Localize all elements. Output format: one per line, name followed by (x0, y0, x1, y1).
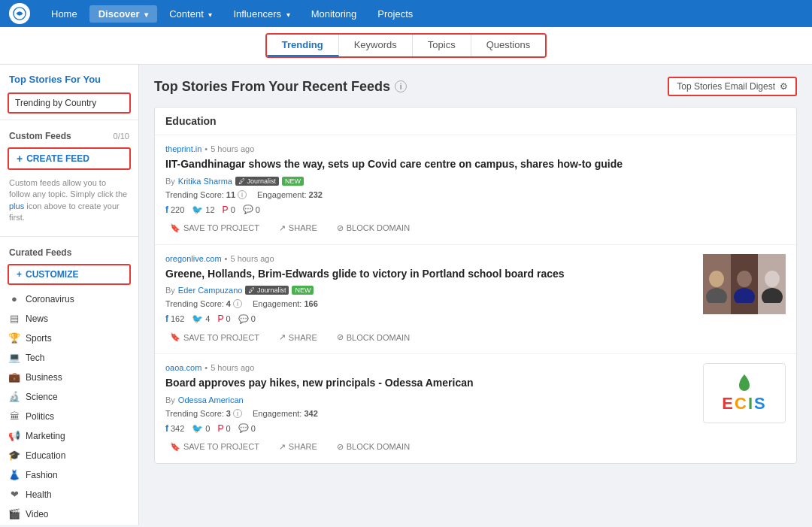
sidebar-item-label: Business (26, 372, 62, 383)
story-source[interactable]: oaoa.com (165, 363, 201, 372)
sidebar-item-business[interactable]: 💼 Business (0, 368, 138, 387)
sidebar-item-video[interactable]: 🎬 Video (0, 504, 138, 524)
score-info-icon[interactable]: i (233, 409, 242, 418)
custom-feeds-header: Custom Feeds 0/10 (0, 125, 138, 144)
email-digest-label: Top Stories Email Digest (677, 81, 775, 92)
story-author: By Odessa American (165, 395, 694, 404)
tab-keywords[interactable]: Keywords (339, 35, 413, 56)
sidebar-item-health[interactable]: ❤ Health (0, 485, 138, 504)
create-feed-button[interactable]: + CREATE FEED (8, 147, 131, 170)
new-badge: NEW (282, 177, 304, 186)
story-actions: 🔖 SAVE TO PROJECT ↗ SHARE ⊘ BLOCK DOMAIN (165, 440, 694, 454)
twitter-icon: 🐦 (192, 313, 203, 324)
sidebar-item-education[interactable]: 🎓 Education (0, 446, 138, 465)
twitter-count: 0 (205, 424, 210, 433)
sidebar: Top Stories For You Trending by Country … (0, 65, 139, 525)
pinterest-stat: P 0 (217, 423, 230, 434)
save-to-project-button[interactable]: 🔖 SAVE TO PROJECT (165, 221, 264, 235)
story-social: f 220 🐦 12 P 0 💬 0 (165, 204, 786, 215)
sidebar-item-news[interactable]: ▤ News (0, 309, 138, 329)
nav-home[interactable]: Home (42, 5, 86, 23)
story-title[interactable]: Board approves pay hikes, new principals… (165, 376, 694, 391)
svg-point-5 (765, 271, 780, 287)
tab-trending[interactable]: Trending (267, 35, 339, 56)
story-separator: • (225, 254, 228, 263)
share-button[interactable]: ↗ SHARE (274, 221, 322, 235)
engagement-value: 166 (304, 299, 317, 308)
journalist-badge: 🖊 Journalist (235, 177, 279, 186)
story-thumbnail (703, 254, 786, 314)
share-button[interactable]: ↗ SHARE (274, 330, 322, 344)
block-label: BLOCK DOMAIN (347, 442, 410, 451)
svg-point-6 (762, 288, 783, 303)
story-social: f 342 🐦 0 P 0 💬 0 (165, 423, 694, 434)
block-domain-button[interactable]: ⊘ BLOCK DOMAIN (332, 221, 414, 235)
sidebar-item-tech[interactable]: 💻 Tech (0, 348, 138, 368)
trending-by-country-button[interactable]: Trending by Country (8, 92, 131, 114)
person-face-2 (731, 254, 759, 314)
story-source[interactable]: theprint.in (165, 144, 201, 153)
score-info-icon[interactable]: i (238, 190, 247, 199)
score-value: 11 (226, 190, 235, 199)
sidebar-item-politics[interactable]: 🏛 Politics (0, 407, 138, 426)
story-separator: • (205, 144, 208, 153)
drop-icon (738, 373, 751, 392)
nav-discover[interactable]: Discover ▾ (89, 5, 158, 23)
share-label: SHARE (289, 333, 317, 342)
customize-button[interactable]: + CUSTOMIZE (8, 264, 131, 285)
author-name[interactable]: Eder Campuzano (178, 286, 243, 295)
story-item: theprint.in • 5 hours ago IIT-Gandhinaga… (155, 135, 796, 245)
influencers-dropdown-icon: ▾ (286, 11, 290, 19)
content-header: Top Stories From Your Recent Feeds i Top… (154, 77, 797, 96)
score-value: 4 (226, 299, 231, 308)
score-info-icon[interactable]: i (233, 299, 242, 308)
story-item: oregonlive.com • 5 hours ago Greene, Hol… (155, 245, 796, 355)
sidebar-item-label: Coronavirus (26, 294, 74, 304)
email-digest-button[interactable]: Top Stories Email Digest ⚙ (668, 77, 797, 96)
sidebar-item-coronavirus[interactable]: ● Coronavirus (0, 289, 138, 309)
tab-questions[interactable]: Questions (471, 35, 546, 56)
story-source[interactable]: oregonlive.com (165, 254, 222, 263)
block-icon: ⊘ (337, 442, 344, 452)
sidebar-item-label: Sports (26, 333, 52, 344)
nav-influencers[interactable]: Influencers ▾ (224, 5, 298, 23)
sidebar-item-marketing[interactable]: 📢 Marketing (0, 426, 138, 446)
story-actions: 🔖 SAVE TO PROJECT ↗ SHARE ⊘ BLOCK DOMAIN (165, 330, 694, 344)
tab-topics[interactable]: Topics (413, 35, 471, 56)
twitter-stat: 🐦 4 (192, 313, 210, 324)
engagement-label: Engagement: (257, 190, 306, 199)
sidebar-item-sports[interactable]: 🏆 Sports (0, 329, 138, 348)
story-stats: Trending Score: 11 i Engagement: 232 (165, 190, 786, 199)
block-domain-button[interactable]: ⊘ BLOCK DOMAIN (332, 330, 414, 344)
block-domain-button[interactable]: ⊘ BLOCK DOMAIN (332, 440, 414, 454)
sidebar-item-label: Video (26, 509, 48, 519)
facebook-stat: f 162 (165, 313, 184, 324)
author-name[interactable]: Odessa American (178, 395, 244, 404)
app-logo[interactable] (9, 3, 30, 24)
story-meta: theprint.in • 5 hours ago (165, 144, 786, 153)
pinterest-count: 0 (231, 205, 235, 214)
twitter-count: 12 (205, 205, 214, 214)
share-button[interactable]: ↗ SHARE (274, 440, 322, 454)
nav-content[interactable]: Content ▾ (160, 5, 221, 23)
bookmark-icon: 🔖 (170, 223, 180, 233)
share-icon: ↗ (279, 332, 286, 342)
settings-icon[interactable]: ⚙ (780, 81, 788, 92)
nav-monitoring[interactable]: Monitoring (302, 5, 366, 23)
sports-icon: 🏆 (9, 333, 20, 344)
share-icon: ↗ (279, 223, 286, 233)
engagement: Engagement: 342 (253, 409, 318, 418)
info-icon[interactable]: i (395, 80, 407, 92)
comment-count: 0 (251, 314, 256, 323)
nav-projects[interactable]: Projects (368, 5, 422, 23)
save-to-project-button[interactable]: 🔖 SAVE TO PROJECT (165, 440, 264, 454)
story-thumbnail-ecis: ECIS (703, 363, 786, 423)
story-title[interactable]: Greene, Hollands, Brim-Edwards glide to … (165, 267, 694, 282)
sidebar-item-science[interactable]: 🔬 Science (0, 387, 138, 407)
story-title[interactable]: IIT-Gandhinagar shows the way, sets up C… (165, 157, 786, 172)
save-to-project-button[interactable]: 🔖 SAVE TO PROJECT (165, 330, 264, 344)
sidebar-item-fashion[interactable]: 👗 Fashion (0, 465, 138, 485)
story-social: f 162 🐦 4 P 0 💬 0 (165, 313, 694, 324)
twitter-stat: 🐦 12 (192, 204, 214, 215)
author-name[interactable]: Kritika Sharma (178, 177, 232, 186)
